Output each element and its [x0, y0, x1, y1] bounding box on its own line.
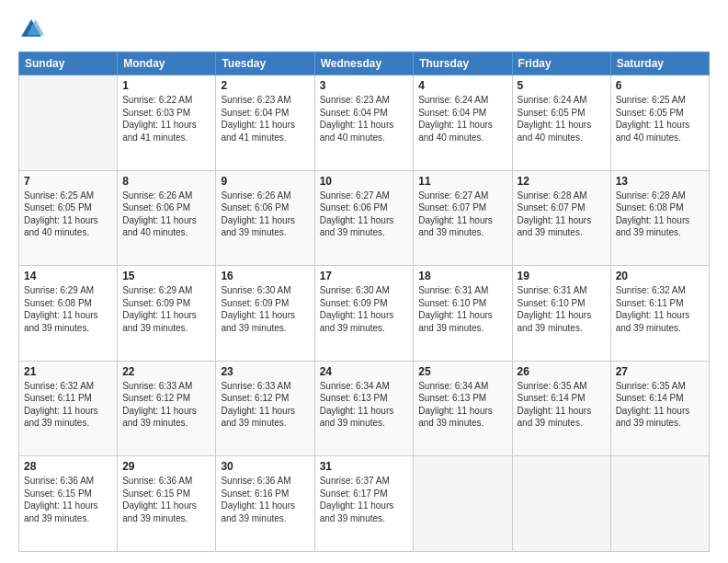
- calendar-header-row: SundayMondayTuesdayWednesdayThursdayFrid…: [19, 52, 710, 75]
- calendar-cell: 28Sunrise: 6:36 AMSunset: 6:15 PMDayligh…: [19, 456, 118, 552]
- day-number: 4: [418, 79, 506, 92]
- calendar-week-2: 7Sunrise: 6:25 AMSunset: 6:05 PMDaylight…: [19, 170, 710, 266]
- day-info: Sunrise: 6:32 AMSunset: 6:11 PMDaylight:…: [616, 284, 704, 334]
- day-number: 12: [518, 175, 606, 188]
- calendar-header-wednesday: Wednesday: [314, 52, 414, 75]
- calendar-week-1: 1Sunrise: 6:22 AMSunset: 6:03 PMDaylight…: [19, 75, 710, 171]
- calendar-cell: 31Sunrise: 6:37 AMSunset: 6:17 PMDayligh…: [314, 456, 414, 552]
- calendar-cell: 1Sunrise: 6:22 AMSunset: 6:03 PMDaylight…: [118, 75, 216, 171]
- calendar-cell: 14Sunrise: 6:29 AMSunset: 6:08 PMDayligh…: [19, 266, 118, 362]
- day-info: Sunrise: 6:22 AMSunset: 6:03 PMDaylight:…: [122, 94, 210, 144]
- calendar-cell: 18Sunrise: 6:31 AMSunset: 6:10 PMDayligh…: [414, 266, 512, 362]
- day-info: Sunrise: 6:29 AMSunset: 6:08 PMDaylight:…: [24, 284, 112, 334]
- calendar-cell: [19, 75, 118, 171]
- day-number: 5: [518, 79, 606, 92]
- day-info: Sunrise: 6:28 AMSunset: 6:07 PMDaylight:…: [518, 190, 606, 239]
- calendar-cell: [414, 456, 512, 552]
- calendar-header-tuesday: Tuesday: [216, 52, 314, 75]
- day-info: Sunrise: 6:29 AMSunset: 6:09 PMDaylight:…: [122, 284, 210, 334]
- day-info: Sunrise: 6:34 AMSunset: 6:13 PMDaylight:…: [320, 380, 409, 430]
- day-info: Sunrise: 6:27 AMSunset: 6:07 PMDaylight:…: [418, 190, 506, 239]
- day-info: Sunrise: 6:36 AMSunset: 6:15 PMDaylight:…: [122, 475, 210, 524]
- calendar-cell: 30Sunrise: 6:36 AMSunset: 6:16 PMDayligh…: [216, 456, 314, 552]
- calendar-week-3: 14Sunrise: 6:29 AMSunset: 6:08 PMDayligh…: [19, 266, 710, 362]
- day-info: Sunrise: 6:36 AMSunset: 6:15 PMDaylight:…: [24, 475, 112, 524]
- day-number: 16: [221, 270, 309, 282]
- calendar-cell: 27Sunrise: 6:35 AMSunset: 6:14 PMDayligh…: [610, 361, 709, 456]
- day-number: 27: [616, 365, 704, 378]
- calendar-cell: 25Sunrise: 6:34 AMSunset: 6:13 PMDayligh…: [414, 361, 512, 456]
- logo-icon: [18, 17, 44, 42]
- day-number: 31: [320, 460, 409, 473]
- calendar-week-4: 21Sunrise: 6:32 AMSunset: 6:11 PMDayligh…: [19, 361, 710, 456]
- calendar-cell: 6Sunrise: 6:25 AMSunset: 6:05 PMDaylight…: [610, 75, 709, 171]
- day-info: Sunrise: 6:35 AMSunset: 6:14 PMDaylight:…: [518, 380, 606, 430]
- day-number: 7: [24, 175, 112, 188]
- calendar-cell: 20Sunrise: 6:32 AMSunset: 6:11 PMDayligh…: [610, 266, 709, 362]
- day-number: 8: [122, 175, 210, 188]
- day-number: 6: [616, 79, 704, 92]
- day-number: 17: [320, 270, 409, 282]
- day-number: 15: [122, 270, 210, 282]
- header: [18, 17, 710, 42]
- calendar-cell: 8Sunrise: 6:26 AMSunset: 6:06 PMDaylight…: [118, 170, 216, 266]
- day-info: Sunrise: 6:34 AMSunset: 6:13 PMDaylight:…: [418, 380, 506, 430]
- calendar-cell: 19Sunrise: 6:31 AMSunset: 6:10 PMDayligh…: [512, 266, 610, 362]
- day-info: Sunrise: 6:37 AMSunset: 6:17 PMDaylight:…: [320, 475, 409, 524]
- day-number: 10: [320, 175, 409, 188]
- day-number: 2: [221, 79, 309, 92]
- day-number: 24: [320, 365, 409, 378]
- calendar-cell: 22Sunrise: 6:33 AMSunset: 6:12 PMDayligh…: [118, 361, 216, 456]
- day-info: Sunrise: 6:31 AMSunset: 6:10 PMDaylight:…: [518, 284, 606, 334]
- day-number: 25: [418, 365, 506, 378]
- calendar-cell: 17Sunrise: 6:30 AMSunset: 6:09 PMDayligh…: [314, 266, 414, 362]
- calendar-cell: 4Sunrise: 6:24 AMSunset: 6:04 PMDaylight…: [414, 75, 512, 171]
- calendar-cell: 2Sunrise: 6:23 AMSunset: 6:04 PMDaylight…: [216, 75, 314, 171]
- calendar-cell: 21Sunrise: 6:32 AMSunset: 6:11 PMDayligh…: [19, 361, 118, 456]
- calendar-cell: 10Sunrise: 6:27 AMSunset: 6:06 PMDayligh…: [314, 170, 414, 266]
- day-number: 11: [418, 175, 506, 188]
- calendar-cell: 5Sunrise: 6:24 AMSunset: 6:05 PMDaylight…: [512, 75, 610, 171]
- day-info: Sunrise: 6:33 AMSunset: 6:12 PMDaylight:…: [221, 380, 309, 430]
- day-info: Sunrise: 6:36 AMSunset: 6:16 PMDaylight:…: [221, 475, 309, 524]
- day-info: Sunrise: 6:30 AMSunset: 6:09 PMDaylight:…: [221, 284, 309, 334]
- calendar-week-5: 28Sunrise: 6:36 AMSunset: 6:15 PMDayligh…: [19, 456, 710, 552]
- day-number: 29: [122, 460, 210, 473]
- day-number: 9: [221, 175, 309, 188]
- day-number: 22: [122, 365, 210, 378]
- day-info: Sunrise: 6:27 AMSunset: 6:06 PMDaylight:…: [320, 190, 409, 239]
- day-number: 1: [122, 79, 210, 92]
- day-number: 13: [616, 175, 704, 188]
- calendar-cell: 13Sunrise: 6:28 AMSunset: 6:08 PMDayligh…: [610, 170, 709, 266]
- calendar-header-monday: Monday: [118, 52, 216, 75]
- day-info: Sunrise: 6:25 AMSunset: 6:05 PMDaylight:…: [616, 94, 704, 144]
- day-info: Sunrise: 6:31 AMSunset: 6:10 PMDaylight:…: [418, 284, 506, 334]
- day-info: Sunrise: 6:32 AMSunset: 6:11 PMDaylight:…: [24, 380, 112, 430]
- calendar-cell: [610, 456, 709, 552]
- day-info: Sunrise: 6:24 AMSunset: 6:04 PMDaylight:…: [418, 94, 506, 144]
- day-number: 14: [24, 270, 112, 282]
- calendar-cell: 29Sunrise: 6:36 AMSunset: 6:15 PMDayligh…: [118, 456, 216, 552]
- day-info: Sunrise: 6:35 AMSunset: 6:14 PMDaylight:…: [616, 380, 704, 430]
- calendar-cell: 15Sunrise: 6:29 AMSunset: 6:09 PMDayligh…: [118, 266, 216, 362]
- day-number: 30: [221, 460, 309, 473]
- day-info: Sunrise: 6:24 AMSunset: 6:05 PMDaylight:…: [518, 94, 606, 144]
- calendar-cell: 3Sunrise: 6:23 AMSunset: 6:04 PMDaylight…: [314, 75, 414, 171]
- day-number: 26: [518, 365, 606, 378]
- calendar-cell: 26Sunrise: 6:35 AMSunset: 6:14 PMDayligh…: [512, 361, 610, 456]
- day-info: Sunrise: 6:28 AMSunset: 6:08 PMDaylight:…: [616, 190, 704, 239]
- calendar-cell: 24Sunrise: 6:34 AMSunset: 6:13 PMDayligh…: [314, 361, 414, 456]
- logo: [18, 17, 48, 42]
- calendar-header-saturday: Saturday: [610, 52, 709, 75]
- day-number: 18: [418, 270, 506, 282]
- calendar-cell: 12Sunrise: 6:28 AMSunset: 6:07 PMDayligh…: [512, 170, 610, 266]
- day-info: Sunrise: 6:23 AMSunset: 6:04 PMDaylight:…: [221, 94, 309, 144]
- day-info: Sunrise: 6:30 AMSunset: 6:09 PMDaylight:…: [320, 284, 409, 334]
- calendar-cell: 16Sunrise: 6:30 AMSunset: 6:09 PMDayligh…: [216, 266, 314, 362]
- calendar-header-friday: Friday: [512, 52, 610, 75]
- calendar-cell: 9Sunrise: 6:26 AMSunset: 6:06 PMDaylight…: [216, 170, 314, 266]
- page: SundayMondayTuesdayWednesdayThursdayFrid…: [0, 0, 728, 563]
- calendar-header-thursday: Thursday: [414, 52, 512, 75]
- day-number: 28: [24, 460, 112, 473]
- calendar-table: SundayMondayTuesdayWednesdayThursdayFrid…: [18, 52, 710, 552]
